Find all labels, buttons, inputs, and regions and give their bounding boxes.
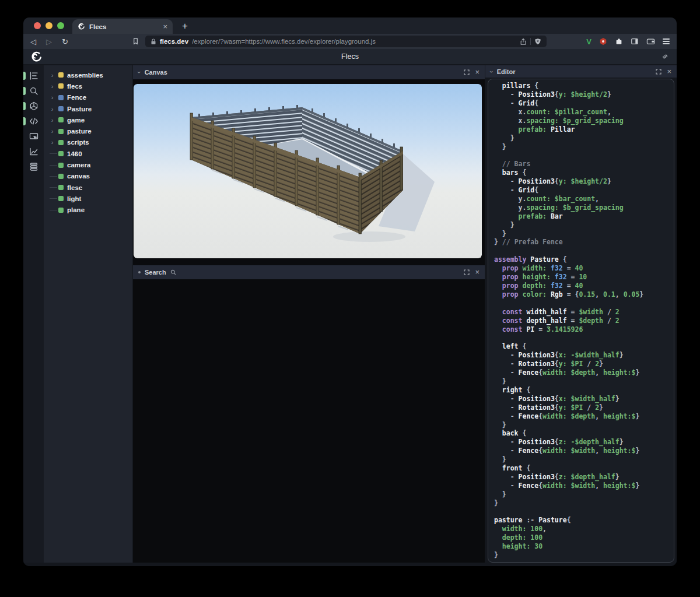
code-line: // Bars bbox=[494, 160, 668, 168]
tree-item-1460[interactable]: 1460 bbox=[44, 148, 132, 159]
extension-icons: V bbox=[586, 37, 670, 46]
stats-icon[interactable] bbox=[23, 147, 44, 156]
close-icon[interactable]: × bbox=[475, 269, 480, 275]
code-editor-content[interactable]: pillars { - Position3{y: $height/2} - Gr… bbox=[488, 79, 674, 563]
expand-arrow-icon[interactable]: › bbox=[50, 83, 55, 90]
tree-item-canvas[interactable]: canvas bbox=[44, 171, 132, 182]
entities-icon[interactable] bbox=[23, 101, 44, 111]
entity-color-swatch bbox=[58, 106, 64, 111]
code-line: } // Prefab Fence bbox=[494, 238, 668, 247]
chevron-down-icon[interactable]: › bbox=[136, 71, 143, 73]
tree-item-plane[interactable]: plane bbox=[44, 205, 132, 216]
entity-color-swatch bbox=[58, 163, 64, 168]
active-indicator bbox=[23, 117, 26, 125]
code-line: } bbox=[494, 490, 668, 499]
extension-red-icon[interactable] bbox=[599, 37, 607, 45]
search-panel: Search × bbox=[133, 265, 485, 563]
code-line: - Fence{width: $width, height:$} bbox=[494, 482, 668, 490]
code-line: prop depth: f32 = 40 bbox=[494, 282, 668, 290]
tab-close-icon[interactable]: × bbox=[163, 23, 167, 30]
menu-icon[interactable] bbox=[663, 38, 670, 44]
extensions-puzzle-icon[interactable] bbox=[615, 37, 623, 45]
tree-item-assemblies[interactable]: ›assemblies bbox=[44, 69, 132, 80]
editor-panel: › Editor × pillars { - Position3{y: $hei… bbox=[485, 65, 677, 563]
close-window-button[interactable] bbox=[34, 22, 41, 29]
tree-item-Pasture[interactable]: ›Pasture bbox=[44, 103, 132, 114]
wallet-icon[interactable] bbox=[646, 37, 655, 45]
code-icon[interactable] bbox=[23, 117, 44, 126]
vue-devtools-icon[interactable]: V bbox=[586, 37, 592, 46]
code-line: - Position3{y: $height/2} bbox=[494, 90, 668, 99]
search-panel-body[interactable] bbox=[133, 279, 485, 563]
expand-arrow-icon[interactable]: › bbox=[50, 94, 55, 101]
code-line: left { bbox=[494, 342, 668, 351]
code-line: - Fence{width: $depth, height:$} bbox=[494, 368, 668, 377]
tree-view-icon[interactable] bbox=[23, 71, 44, 80]
code-line: - Rotation3{y: $PI / 2} bbox=[494, 360, 668, 368]
entity-label: flecs bbox=[67, 83, 82, 90]
active-indicator bbox=[23, 87, 26, 95]
brave-shield-icon[interactable] bbox=[534, 38, 541, 45]
code-line: } bbox=[494, 421, 668, 430]
code-line: prop color: Rgb = {0.15, 0.1, 0.05} bbox=[494, 290, 668, 299]
code-line: width: 100, bbox=[494, 525, 668, 533]
entity-label: light bbox=[67, 195, 81, 202]
code-line: height: 30 bbox=[494, 542, 668, 551]
icon-rail bbox=[23, 65, 44, 563]
minimize-window-button[interactable] bbox=[46, 22, 52, 29]
fullscreen-icon[interactable] bbox=[656, 69, 662, 75]
tree-item-game[interactable]: ›game bbox=[44, 114, 132, 125]
inspector-icon[interactable] bbox=[23, 132, 44, 141]
address-bar[interactable]: flecs.dev /explorer/?wasm=https://www.fl… bbox=[145, 36, 547, 47]
code-line: const PI = 3.1415926 bbox=[494, 325, 668, 334]
search-icon[interactable] bbox=[23, 86, 44, 96]
tree-item-flesc[interactable]: flesc bbox=[44, 182, 132, 193]
code-line: - Position3{x: $width_half} bbox=[494, 395, 668, 403]
browser-tab[interactable]: Flecs × bbox=[72, 19, 173, 34]
tree-item-camera[interactable]: camera bbox=[44, 159, 132, 170]
bookmark-sidebar-icon[interactable] bbox=[132, 37, 139, 45]
collapsed-dot-icon[interactable] bbox=[138, 271, 141, 273]
entity-label: Pasture bbox=[67, 106, 92, 113]
expand-arrow-icon[interactable]: › bbox=[50, 128, 55, 135]
back-button[interactable]: ◁ bbox=[30, 38, 36, 45]
url-path: /explorer/?wasm=https://www.flecs.dev/ex… bbox=[192, 38, 516, 45]
tab-strip: Flecs × + bbox=[23, 17, 677, 34]
code-line: pasture :- Pasture{ bbox=[494, 516, 668, 525]
canvas-3d-scene[interactable] bbox=[134, 84, 482, 258]
tree-item-Fence[interactable]: ›Fence bbox=[44, 92, 132, 103]
tree-item-pasture[interactable]: ›pasture bbox=[44, 125, 132, 136]
sidebar-panel-icon[interactable] bbox=[631, 37, 639, 45]
expand-arrow-icon[interactable]: › bbox=[50, 117, 55, 124]
fullscreen-icon[interactable] bbox=[464, 69, 470, 75]
tree-guide-line bbox=[50, 165, 57, 166]
code-line: } bbox=[494, 230, 668, 238]
expand-arrow-icon[interactable]: › bbox=[50, 72, 55, 79]
expand-arrow-icon[interactable]: › bbox=[50, 106, 55, 113]
code-line: x.spacing: $p_grid_spacing bbox=[494, 117, 668, 125]
entity-label: 1460 bbox=[67, 150, 82, 157]
expand-arrow-icon[interactable]: › bbox=[50, 139, 55, 146]
forward-button[interactable]: ▷ bbox=[46, 38, 52, 45]
code-line: right { bbox=[494, 386, 668, 395]
data-icon[interactable] bbox=[23, 162, 44, 171]
tree-guide-line bbox=[50, 198, 57, 199]
close-icon[interactable]: × bbox=[475, 69, 480, 75]
close-icon[interactable]: × bbox=[667, 69, 671, 75]
code-line bbox=[494, 299, 668, 308]
fullscreen-icon[interactable] bbox=[464, 269, 470, 275]
entity-color-swatch bbox=[58, 196, 64, 201]
new-tab-button[interactable]: + bbox=[182, 20, 188, 32]
maximize-window-button[interactable] bbox=[57, 22, 64, 29]
tree-item-scripts[interactable]: ›scripts bbox=[44, 137, 132, 148]
tree-item-flecs[interactable]: ›flecs bbox=[44, 80, 132, 92]
share-icon[interactable] bbox=[520, 38, 527, 45]
reload-button[interactable]: ↻ bbox=[62, 38, 68, 45]
code-line: } bbox=[494, 499, 668, 508]
chevron-down-icon[interactable]: › bbox=[488, 71, 495, 73]
entity-label: canvas bbox=[67, 173, 90, 180]
search-panel-title: Search bbox=[145, 269, 166, 276]
code-line: - Fence{width: $depth, height:$} bbox=[494, 412, 668, 421]
tree-item-light[interactable]: light bbox=[44, 193, 132, 204]
code-line: - Grid{ bbox=[494, 99, 668, 108]
